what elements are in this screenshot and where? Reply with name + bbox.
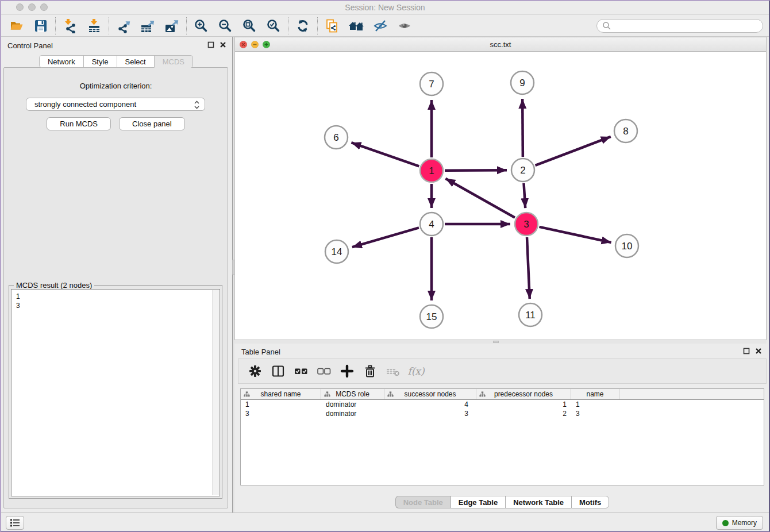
- graph-node-1[interactable]: 1: [420, 159, 443, 182]
- application-window: Session: New Session: [0, 0, 770, 532]
- cell-successor-nodes[interactable]: 4: [384, 400, 476, 409]
- show-all-button[interactable]: [392, 17, 417, 35]
- cell-shared-name[interactable]: 3: [241, 409, 321, 418]
- cell-predecessor-nodes[interactable]: 1: [476, 400, 571, 409]
- refresh-icon: [295, 18, 310, 33]
- zoom-fit-button[interactable]: [237, 17, 261, 35]
- memory-button[interactable]: Memory: [716, 516, 763, 530]
- first-neighbors-button[interactable]: [344, 17, 368, 35]
- close-table-panel-icon[interactable]: [755, 348, 762, 354]
- attribute-tree-icon: [387, 391, 394, 398]
- graph-node-10[interactable]: 10: [615, 234, 638, 257]
- column-header-successor-nodes[interactable]: successor nodes: [384, 389, 476, 399]
- search-field[interactable]: [596, 19, 763, 33]
- graph-edge-3-11[interactable]: [527, 237, 530, 299]
- mcds-result-list[interactable]: 1 3: [11, 289, 220, 496]
- delete-table-icon: [386, 364, 401, 378]
- network-view-window: scc.txt 7968124314101511: [234, 37, 767, 340]
- tab-select[interactable]: Select: [117, 55, 154, 68]
- zoom-fit-icon: [242, 18, 257, 33]
- graph-edge-3-10[interactable]: [539, 227, 611, 242]
- graph-edge-2-8[interactable]: [536, 137, 611, 165]
- graph-node-9[interactable]: 9: [511, 71, 534, 94]
- node-table[interactable]: shared name MCDS role successor nodes pr…: [240, 388, 764, 485]
- cell-mcds-role[interactable]: dominator: [321, 400, 384, 409]
- task-history-button[interactable]: [6, 516, 24, 530]
- import-table-button[interactable]: [82, 17, 106, 35]
- cell-successor-nodes[interactable]: 3: [384, 409, 476, 418]
- network-graph-canvas[interactable]: 7968124314101511: [235, 52, 766, 340]
- mcds-tab-content: Optimization criterion: strongly connect…: [3, 67, 228, 508]
- graph-node-8[interactable]: 8: [614, 119, 637, 142]
- table-row[interactable]: 1 dominator 4 1 1: [241, 400, 764, 409]
- tab-edge-table[interactable]: Edge Table: [451, 496, 505, 508]
- graph-node-11[interactable]: 11: [519, 303, 542, 326]
- table-options-button[interactable]: [245, 362, 265, 380]
- deselect-all-columns-button[interactable]: [314, 362, 334, 380]
- import-network-button[interactable]: [58, 17, 82, 35]
- graph-node-label: 1: [429, 165, 434, 176]
- tab-node-table[interactable]: Node Table: [395, 496, 451, 508]
- apply-layout-button[interactable]: [291, 17, 315, 35]
- attribute-tree-icon: [244, 391, 250, 398]
- result-scrollbar[interactable]: [212, 290, 219, 495]
- cell-name[interactable]: 1: [571, 400, 619, 409]
- tab-mcds[interactable]: MCDS: [154, 55, 193, 68]
- graph-node-6[interactable]: 6: [325, 126, 348, 149]
- graph-edge-2-3[interactable]: [523, 183, 525, 208]
- cell-name[interactable]: 3: [571, 409, 619, 418]
- mcds-result-item[interactable]: 3: [16, 301, 220, 310]
- zoom-in-button[interactable]: [189, 17, 213, 35]
- cell-mcds-role[interactable]: dominator: [321, 409, 384, 418]
- column-label: predecessor nodes: [494, 390, 553, 398]
- select-all-columns-button[interactable]: [291, 362, 311, 380]
- graph-node-7[interactable]: 7: [420, 72, 443, 95]
- graph-node-label: 7: [429, 79, 434, 90]
- column-header-shared-name[interactable]: shared name: [241, 389, 321, 399]
- open-file-button[interactable]: [5, 17, 29, 35]
- cell-predecessor-nodes[interactable]: 2: [476, 409, 571, 418]
- run-mcds-button[interactable]: Run MCDS: [47, 117, 111, 130]
- graph-node-label: 15: [426, 311, 437, 322]
- graph-node-15[interactable]: 15: [420, 305, 443, 328]
- graph-edge-2-9[interactable]: [522, 99, 523, 157]
- column-header-name[interactable]: name: [571, 389, 619, 399]
- close-panel-button[interactable]: Close panel: [119, 117, 185, 130]
- splitter-grip[interactable]: [493, 341, 499, 343]
- tab-network-table[interactable]: Network Table: [505, 496, 571, 508]
- graph-node-14[interactable]: 14: [325, 240, 348, 263]
- export-table-button[interactable]: [136, 17, 160, 35]
- column-header-predecessor-nodes[interactable]: predecessor nodes: [476, 389, 571, 399]
- cell-shared-name[interactable]: 1: [241, 400, 321, 409]
- float-panel-icon[interactable]: [207, 41, 214, 48]
- zoom-out-button[interactable]: [213, 17, 237, 35]
- tab-style[interactable]: Style: [83, 55, 117, 68]
- graph-node-4[interactable]: 4: [420, 213, 443, 236]
- export-image-button[interactable]: [160, 17, 184, 35]
- graph-edge-3-1[interactable]: [445, 179, 515, 218]
- criterion-select[interactable]: strongly connected component: [26, 98, 205, 111]
- network-snapshot-button[interactable]: [320, 17, 344, 35]
- graph-node-2[interactable]: 2: [511, 159, 534, 182]
- save-session-button[interactable]: [29, 17, 53, 35]
- float-table-panel-icon[interactable]: [743, 348, 750, 354]
- hide-selected-button[interactable]: [368, 17, 392, 35]
- mcds-result-item[interactable]: 1: [16, 292, 220, 301]
- graph-edge-1-6[interactable]: [351, 142, 419, 166]
- table-row[interactable]: 3 dominator 3 2 3: [241, 409, 764, 418]
- tab-network[interactable]: Network: [39, 55, 83, 68]
- main-toolbar: [0, 15, 770, 37]
- create-column-button[interactable]: [337, 362, 357, 380]
- zoom-selected-button[interactable]: [261, 17, 286, 35]
- export-network-button[interactable]: [111, 17, 136, 35]
- export-image-icon: [164, 18, 180, 33]
- graph-edge-1-2[interactable]: [445, 170, 507, 171]
- graph-edge-4-14[interactable]: [352, 228, 419, 247]
- tab-motifs[interactable]: Motifs: [571, 496, 609, 508]
- control-panel: Control Panel Network Style Select MCDS …: [0, 37, 232, 512]
- show-columns-button[interactable]: [268, 362, 288, 380]
- column-header-mcds-role[interactable]: MCDS role: [321, 389, 384, 399]
- delete-columns-button[interactable]: [360, 362, 380, 380]
- close-panel-icon[interactable]: [220, 41, 226, 48]
- graph-node-3[interactable]: 3: [515, 213, 538, 236]
